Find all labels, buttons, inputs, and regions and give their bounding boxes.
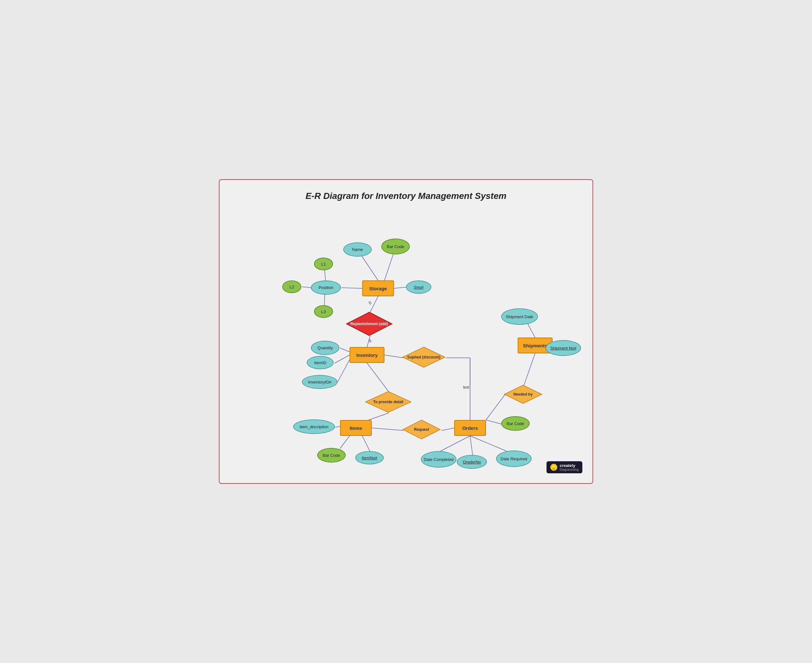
attr-shipment-date: Shipment Date [501, 308, 538, 325]
attr-sno: Sno# [406, 280, 431, 294]
svg-line-23 [439, 436, 470, 452]
attr-date-required: Date Required [496, 450, 532, 467]
svg-line-10 [335, 355, 350, 363]
svg-line-3 [342, 288, 362, 288]
entity-inventory: Inventory [350, 347, 384, 363]
attr-item-desc: Item_discription [293, 419, 335, 434]
svg-line-5 [302, 287, 312, 288]
creately-badge: 💡 creately Diagramming [547, 461, 582, 473]
diagram-title: E-R Diagram for Inventory Management Sys… [226, 186, 586, 204]
svg-line-24 [470, 436, 473, 455]
attr-orderno: OrederNo [457, 455, 487, 469]
rel-replenishment: Replenishment (add) [346, 312, 393, 336]
rel-supplied: Suplied (discount) [402, 346, 446, 368]
svg-line-7 [370, 296, 378, 312]
svg-line-2 [394, 287, 407, 288]
attr-itemid: ItemID [307, 356, 334, 369]
entity-orders: Orders [454, 420, 486, 436]
attr-barcode-orders: Bar Code [501, 416, 530, 431]
svg-line-22 [442, 428, 454, 430]
svg-line-33 [370, 301, 371, 304]
attr-itemno: ItemNo# [355, 451, 384, 464]
attr-l2: L2 [282, 280, 301, 293]
attr-name: Name [343, 243, 372, 257]
attr-date-completed: Date Completed [421, 451, 457, 467]
svg-line-19 [340, 436, 350, 448]
svg-line-17 [368, 413, 389, 420]
entity-items: Items [340, 420, 372, 436]
attr-position: Position [311, 280, 341, 295]
text-label: text [463, 385, 469, 390]
svg-line-20 [362, 436, 370, 452]
entity-storage: Storage [362, 280, 394, 296]
attr-l1: L1 [314, 257, 333, 270]
attr-inventoryid: InventoryID# [302, 375, 337, 389]
svg-line-8 [367, 336, 370, 347]
svg-line-16 [367, 363, 389, 391]
creately-sub: Diagramming [560, 468, 578, 471]
svg-line-28 [524, 353, 535, 385]
attr-shipment-no: Shipment No# [546, 340, 581, 356]
diagram-area: text Storage Inventory Items Orders Ship… [226, 204, 586, 477]
svg-line-32 [368, 302, 370, 304]
svg-line-25 [470, 436, 507, 451]
rel-to-provide: To provide detail [365, 391, 412, 413]
svg-line-34 [368, 340, 370, 343]
creately-bulb-icon: 💡 [550, 464, 557, 471]
attr-quantity: Quantity [311, 341, 339, 355]
svg-line-18 [335, 426, 340, 427]
attr-barcode-items: Bar Code [317, 448, 346, 462]
svg-line-27 [486, 395, 505, 420]
rel-request: Request [402, 419, 441, 440]
svg-line-9 [340, 348, 350, 352]
creately-brand: creately [560, 463, 578, 468]
diagram-container: E-R Diagram for Inventory Management Sys… [219, 179, 593, 484]
svg-line-11 [337, 360, 350, 382]
svg-line-21 [372, 428, 404, 430]
rel-needed-by: Needed by [504, 385, 542, 404]
svg-line-12 [384, 355, 404, 358]
attr-l3: L3 [314, 305, 333, 318]
svg-line-26 [486, 420, 502, 424]
attr-barcode-storage: Bar Code [381, 239, 410, 254]
svg-line-35 [370, 339, 371, 342]
